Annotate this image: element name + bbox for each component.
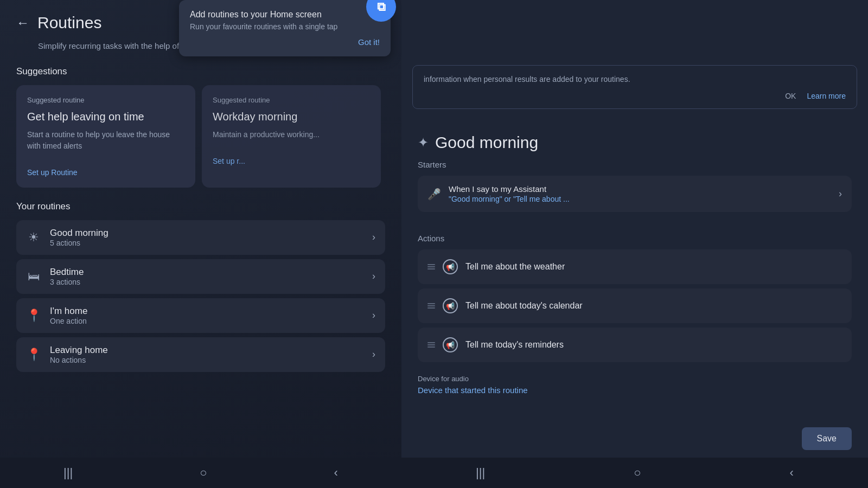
routines-page: ← Routines ✚ New ⋮ Simplify recurring ta… bbox=[0, 0, 401, 387]
suggestion-title-1: Get help leaving on time bbox=[27, 110, 184, 124]
routine-item-good-morning[interactable]: ☀ Good morning 5 actions › bbox=[16, 220, 385, 255]
chevron-right-icon-1: › bbox=[372, 271, 375, 282]
suggestions-scroll: Suggested routine Get help leaving on ti… bbox=[16, 85, 385, 188]
device-label: Device for audio bbox=[418, 375, 852, 383]
starter-main-text: When I say to my Assistant bbox=[449, 184, 570, 194]
leaving-icon: 📍 bbox=[26, 348, 41, 362]
your-routines-title: Your routines bbox=[16, 201, 385, 212]
right-panel: information when personal results are ad… bbox=[401, 0, 868, 488]
bottom-nav-left: ||| ○ ‹ bbox=[0, 458, 401, 488]
got-it-button[interactable]: Got it! bbox=[358, 37, 380, 47]
learn-more-button[interactable]: Learn more bbox=[807, 92, 846, 100]
actions-title: Actions bbox=[418, 234, 852, 243]
tooltip-desc: Run your favourite routines with a singl… bbox=[190, 22, 380, 31]
starters-section: Starters 🎤 When I say to my Assistant "G… bbox=[401, 160, 868, 212]
starters-title: Starters bbox=[418, 160, 852, 169]
nav-back-icon-right[interactable]: ‹ bbox=[790, 466, 794, 480]
suggestion-label-1: Suggested routine bbox=[27, 96, 184, 104]
drag-handle-2 bbox=[427, 342, 435, 348]
routine-item-bedtime[interactable]: 🛏 Bedtime 3 actions › bbox=[16, 259, 385, 294]
save-button[interactable]: Save bbox=[802, 427, 852, 450]
suggestion-label-2: Suggested routine bbox=[213, 96, 370, 104]
nav-menu-icon-right[interactable]: ||| bbox=[476, 466, 485, 480]
routine-actions-2: One action bbox=[50, 317, 87, 325]
suggestion-title-2: Workday morning bbox=[213, 110, 370, 124]
ok-button[interactable]: OK bbox=[785, 92, 796, 100]
personal-notice: information when personal results are ad… bbox=[412, 65, 857, 109]
drag-handle-1 bbox=[427, 303, 435, 309]
nav-back-icon[interactable]: ‹ bbox=[334, 466, 338, 480]
starter-sub-text: "Good morning" or "Tell me about ... bbox=[449, 195, 570, 203]
broadcast-icon-2: 📢 bbox=[443, 337, 458, 352]
routine-name-1: Bedtime bbox=[50, 267, 84, 278]
your-routines-section: Your routines ☀ Good morning 5 actions ›… bbox=[16, 201, 385, 372]
home-screen-tooltip: ⧉ Add routines to your Home screen Run y… bbox=[179, 0, 391, 56]
action-text-1: Tell me about today's calendar bbox=[465, 301, 583, 311]
routine-title: Good morning bbox=[435, 133, 538, 152]
action-text-0: Tell me about the weather bbox=[465, 262, 565, 272]
bottom-nav-right: ||| ○ ‹ bbox=[401, 458, 868, 488]
suggestions-section: Suggestions Suggested routine Get help l… bbox=[16, 66, 385, 188]
routine-item-im-home[interactable]: 📍 I'm home One action › bbox=[16, 298, 385, 333]
tooltip-actions: Got it! bbox=[190, 37, 380, 47]
setup-link-2[interactable]: Set up r... bbox=[213, 157, 370, 165]
back-button[interactable]: ← bbox=[16, 15, 29, 30]
drag-handle-0 bbox=[427, 264, 435, 269]
broadcast-icon-0: 📢 bbox=[443, 259, 458, 274]
nav-home-icon-right[interactable]: ○ bbox=[634, 466, 641, 480]
starter-chevron: › bbox=[839, 188, 842, 200]
bedtime-icon: 🛏 bbox=[26, 269, 41, 284]
nav-home-icon[interactable]: ○ bbox=[200, 466, 207, 480]
good-morning-icon: ☀ bbox=[26, 230, 41, 245]
suggestion-card-2: Suggested routine Workday morning Mainta… bbox=[202, 85, 381, 188]
chevron-right-icon-2: › bbox=[372, 310, 375, 321]
chevron-right-icon-3: › bbox=[372, 349, 375, 360]
device-value[interactable]: Device that started this routine bbox=[418, 386, 852, 395]
gm-header: ✦ Good morning bbox=[401, 120, 868, 160]
nav-menu-icon[interactable]: ||| bbox=[63, 466, 73, 480]
suggestion-desc-2: Maintain a productive working... bbox=[213, 129, 370, 140]
good-morning-panel: information when personal results are ad… bbox=[401, 0, 868, 488]
actions-section: Actions 📢 Tell me about the weather 📢 Te… bbox=[401, 234, 868, 367]
device-section: Device for audio Device that started thi… bbox=[401, 367, 868, 400]
sun-sparkle-icon: ✦ bbox=[418, 135, 429, 150]
suggestions-title: Suggestions bbox=[16, 66, 385, 77]
routine-actions-3: No actions bbox=[50, 356, 108, 364]
routine-name-3: Leaving home bbox=[50, 345, 108, 356]
action-item-1[interactable]: 📢 Tell me about today's calendar bbox=[418, 288, 852, 323]
starter-item[interactable]: 🎤 When I say to my Assistant "Good morni… bbox=[418, 176, 852, 212]
suggestion-desc-1: Start a routine to help you leave the ho… bbox=[27, 129, 184, 152]
notice-text: information when personal results are ad… bbox=[424, 74, 846, 85]
home-icon: 📍 bbox=[26, 309, 41, 323]
action-item-0[interactable]: 📢 Tell me about the weather bbox=[418, 249, 852, 284]
routine-actions-0: 5 actions bbox=[50, 239, 108, 247]
left-panel: ← Routines ✚ New ⋮ Simplify recurring ta… bbox=[0, 0, 401, 488]
routine-name-0: Good morning bbox=[50, 228, 108, 239]
broadcast-icon-1: 📢 bbox=[443, 298, 458, 313]
routine-actions-1: 3 actions bbox=[50, 278, 84, 286]
suggestion-card-1: Suggested routine Get help leaving on ti… bbox=[16, 85, 195, 188]
action-item-2[interactable]: 📢 Tell me today's reminders bbox=[418, 328, 852, 362]
routine-name-2: I'm home bbox=[50, 306, 87, 317]
tooltip-title: Add routines to your Home screen bbox=[190, 10, 380, 20]
chevron-right-icon-0: › bbox=[372, 232, 375, 243]
action-text-2: Tell me today's reminders bbox=[465, 340, 564, 350]
setup-link-1[interactable]: Set up Routine bbox=[27, 168, 184, 177]
microphone-icon: 🎤 bbox=[427, 188, 441, 201]
routine-item-leaving-home[interactable]: 📍 Leaving home No actions › bbox=[16, 337, 385, 372]
